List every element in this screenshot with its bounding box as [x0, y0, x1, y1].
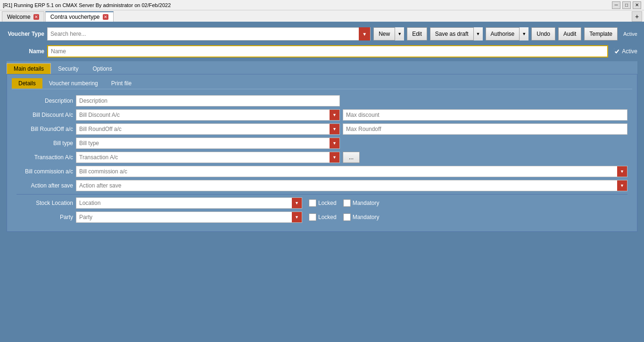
save-draft-btn-group: Save as draft ▼ — [430, 27, 483, 41]
tab-bar: Welcome ✕ Contra vouchertype ✕ + — [0, 10, 644, 23]
transaction-ac-arrow[interactable] — [330, 152, 340, 163]
description-row: Description — [17, 95, 627, 106]
stock-location-mandatory-checkbox[interactable] — [343, 199, 351, 207]
authorise-btn-group: Authorise ▼ — [486, 27, 529, 41]
bill-commission-combo — [76, 166, 627, 177]
stock-location-locked-checkbox[interactable] — [309, 199, 316, 207]
bill-type-row: Bill type — [17, 138, 627, 149]
close-button[interactable]: ✕ — [633, 1, 641, 9]
stock-location-row: Stock Location Locked Mandatory — [17, 197, 627, 209]
party-locked-group: Locked — [309, 213, 337, 221]
bill-type-arrow[interactable] — [330, 138, 340, 149]
party-combo — [76, 212, 302, 223]
subtab-voucher-numbering[interactable]: Voucher numbering — [42, 78, 105, 89]
party-mandatory-group: Mandatory — [343, 213, 380, 221]
bill-discount-arrow[interactable] — [330, 109, 340, 121]
bill-discount-combo — [76, 109, 340, 121]
bill-commission-input[interactable] — [76, 166, 617, 177]
ellipsis-button[interactable]: ... — [343, 152, 360, 163]
title-bar: [R1] Running ERP 5.1 on CMAX Server By a… — [0, 0, 644, 10]
action-after-save-arrow[interactable] — [617, 180, 627, 191]
main-tabs: Main details Security Options — [7, 61, 637, 74]
party-arrow[interactable] — [292, 212, 302, 223]
action-after-save-input[interactable] — [76, 180, 617, 191]
party-mandatory-checkbox[interactable] — [343, 213, 351, 221]
content-panel: Details Voucher numbering Print file Des… — [7, 74, 637, 232]
title-text: [R1] Running ERP 5.1 on CMAX Server By a… — [3, 2, 171, 8]
action-after-save-label: Action after save — [17, 182, 73, 189]
max-roundoff-input[interactable] — [343, 123, 627, 135]
name-label: Name — [7, 48, 44, 55]
party-mandatory-label: Mandatory — [353, 214, 380, 220]
stock-location-mandatory-group: Mandatory — [343, 199, 380, 207]
tab-options[interactable]: Options — [85, 63, 119, 74]
template-button[interactable]: Template — [584, 27, 618, 41]
main-content: Voucher Type New ▼ Edit Save as draft ▼ … — [0, 23, 644, 236]
tab-contra-vouchertype[interactable]: Contra vouchertype ✕ — [45, 11, 114, 22]
save-as-draft-button[interactable]: Save as draft — [430, 27, 473, 41]
stock-location-input[interactable] — [76, 197, 292, 209]
bill-roundoff-combo — [76, 123, 340, 135]
active-checkbox-group: Active — [614, 48, 637, 55]
party-label: Party — [17, 214, 73, 220]
save-draft-dropdown-arrow[interactable]: ▼ — [473, 27, 483, 41]
transaction-ac-combo — [76, 152, 340, 163]
authorise-dropdown-arrow[interactable]: ▼ — [519, 27, 528, 41]
bill-type-label: Bill type — [17, 140, 73, 147]
bill-type-input[interactable] — [76, 138, 330, 149]
window-controls: ─ □ ✕ — [612, 1, 641, 9]
transaction-ac-input[interactable] — [76, 152, 330, 163]
tab-welcome[interactable]: Welcome ✕ — [2, 11, 44, 22]
max-discount-input[interactable] — [343, 109, 627, 121]
subtab-details[interactable]: Details — [12, 78, 42, 89]
tab-security[interactable]: Security — [51, 63, 85, 74]
tab-welcome-label: Welcome — [7, 14, 31, 20]
bill-commission-row: Bill commission a/c — [17, 166, 627, 177]
transaction-ac-row: Transaction A/c ... — [17, 152, 627, 163]
bill-discount-label: Bill Discount A/c — [17, 112, 73, 118]
authorise-button[interactable]: Authorise — [486, 27, 520, 41]
new-button[interactable]: New — [373, 27, 395, 41]
description-input[interactable] — [76, 95, 340, 106]
tab-welcome-close[interactable]: ✕ — [33, 14, 39, 20]
undo-button[interactable]: Undo — [531, 27, 555, 41]
audit-button[interactable]: Audit — [558, 27, 581, 41]
edit-button[interactable]: Edit — [407, 27, 427, 41]
bill-discount-row: Bill Discount A/c — [17, 109, 627, 121]
action-after-save-row: Action after save — [17, 180, 627, 191]
active-checkbox[interactable] — [614, 49, 620, 55]
minimize-button[interactable]: ─ — [612, 1, 620, 9]
party-locked-label: Locked — [318, 214, 337, 220]
bill-commission-arrow[interactable] — [617, 166, 627, 177]
tab-contra-label: Contra vouchertype — [50, 14, 100, 20]
bill-roundoff-arrow[interactable] — [330, 123, 340, 135]
name-row: Name Active — [7, 45, 637, 57]
party-input[interactable] — [76, 212, 292, 223]
voucher-type-arrow[interactable] — [359, 27, 370, 41]
voucher-type-input[interactable] — [48, 28, 359, 40]
stock-location-label: Stock Location — [17, 200, 73, 206]
stock-location-arrow[interactable] — [292, 197, 302, 209]
sub-tabs: Details Voucher numbering Print file — [12, 78, 632, 90]
subtab-print-file[interactable]: Print file — [105, 78, 138, 89]
party-locked-checkbox[interactable] — [309, 213, 316, 221]
active-status-label: Active — [623, 31, 637, 37]
new-btn-group: New ▼ — [373, 27, 404, 41]
transaction-ac-label: Transaction A/c — [17, 154, 73, 161]
name-input[interactable] — [47, 45, 608, 57]
tab-main-details[interactable]: Main details — [7, 63, 51, 74]
stock-location-locked-label: Locked — [318, 200, 337, 206]
bill-commission-label: Bill commission a/c — [17, 168, 73, 175]
description-label: Description — [17, 98, 73, 104]
bill-discount-input[interactable] — [76, 109, 330, 121]
form-section: Description Bill Discount A/c Bill Round… — [12, 93, 632, 228]
voucher-type-combo — [47, 27, 371, 41]
bill-roundoff-input[interactable] — [76, 123, 330, 135]
maximize-button[interactable]: □ — [622, 1, 631, 9]
add-tab-button[interactable]: + — [632, 11, 642, 22]
action-after-save-combo — [76, 180, 627, 191]
tab-contra-close[interactable]: ✕ — [103, 14, 108, 20]
stock-location-mandatory-label: Mandatory — [353, 200, 380, 206]
divider1 — [17, 194, 627, 195]
new-dropdown-arrow[interactable]: ▼ — [395, 27, 404, 41]
